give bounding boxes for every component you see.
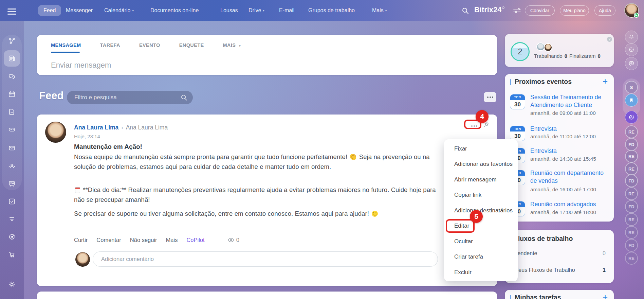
workflow-count: 0 [603,250,606,257]
my-tasks-panel: Minhas tarefas + [505,290,614,299]
add-task-button[interactable]: + [603,292,608,299]
like-button[interactable]: Curtir [74,237,88,243]
chat-badge[interactable]: RE [625,252,638,265]
add-comment-input[interactable] [101,252,407,266]
author-avatar[interactable] [45,122,66,143]
my-plan-button[interactable]: Meu plano [560,5,589,16]
mail-icon[interactable] [8,144,16,152]
work-timer-circle[interactable]: 2 [511,42,530,61]
copilot-icon[interactable] [625,43,638,56]
working-label: Trabalhando [534,53,563,59]
nav-item-documents[interactable]: Documentos on-line [150,0,199,21]
help-icon[interactable]: ? [607,37,612,42]
chat-badge[interactable]: RE [625,187,638,200]
author-name-link[interactable]: Ana Laura Lima [74,124,118,131]
chat-badge[interactable]: RE [625,125,638,138]
event-link[interactable]: Reunião com departamento de vendas [530,169,610,185]
bitrix24-logo: Bitrix24 [474,6,504,14]
event-link[interactable]: Reunião com advogados [530,200,610,208]
event-link[interactable]: Sessão de Treinamento de Atendimento ao … [530,93,610,109]
menu-item-copy-link[interactable]: Copiar link [444,188,518,203]
workflow-row[interactable]: Pendente 0 [514,250,606,257]
event-link[interactable]: Entrevista [530,125,610,133]
tab-message[interactable]: MENSAGEM [51,42,81,48]
event-link[interactable]: Entrevista [530,147,610,155]
calendar-icon[interactable] [8,90,16,98]
send-message-input[interactable] [51,59,323,72]
chat-badge[interactable]: FD [625,138,638,151]
chat-badge[interactable]: FD [625,174,638,187]
post-context-menu: Fixar Adicionar aos favoritos Abrir mens… [444,139,518,281]
annotation-highlight-step5 [446,219,475,233]
tab-task[interactable]: TAREFA [100,42,120,48]
crm-funnel-icon[interactable] [8,215,16,223]
current-user-avatar [75,252,90,267]
document-icon[interactable] [8,108,16,116]
messenger-transfer-icon[interactable] [625,57,638,70]
invite-button[interactable]: Convidar [525,5,555,16]
annotation-badge-step4: 4 [476,110,489,123]
drive-icon[interactable] [8,125,16,134]
menu-item-hide[interactable]: Ocultar [444,234,518,249]
menu-item-delete[interactable]: Excluir [444,265,518,280]
marketing-target-icon[interactable] [8,233,16,241]
nav-item-drive[interactable]: Drive▾ [249,0,264,21]
more-button[interactable]: Mais [166,237,178,243]
menu-item-add-favorites[interactable]: Adicionar aos favoritos [444,157,518,172]
nav-item-boards[interactable]: Lousas [220,0,238,21]
menu-item-open-message[interactable]: Abrir mensagem [444,172,518,188]
chat-badge[interactable]: FD [625,200,638,213]
bookmark-icon[interactable] [625,94,638,107]
help-button[interactable]: Ajuda [594,5,615,16]
event-date-chip: TER30 [510,126,525,141]
nav-item-email[interactable]: E-mail [279,0,294,21]
composer-card: MENSAGEM TAREFA EVENTO ENQUETE MAIS ▾ [37,35,497,75]
copilot-active-icon[interactable] [625,111,638,124]
chat-badge[interactable]: RE [625,226,638,239]
nav-item-workgroups[interactable]: Grupos de trabalho [308,0,355,21]
filter-search-input[interactable] [74,91,176,104]
chat-badge[interactable]: RE [625,150,638,163]
chat-badge[interactable]: RE [625,162,638,175]
nav-item-more[interactable]: Mais▾ [372,0,387,21]
my-tasks-title: Minhas tarefas [515,294,561,299]
tasks-icon[interactable] [8,197,16,206]
comment-box[interactable] [93,251,438,267]
chat-badge[interactable]: FD [625,239,638,252]
filter-search-box[interactable] [67,91,193,104]
feed-settings-menu-button[interactable] [484,92,496,102]
sliders-icon[interactable] [513,8,521,13]
add-event-button[interactable]: + [603,76,608,87]
menu-item-create-task[interactable]: Criar tarefa [444,249,518,265]
hamburger-menu-icon[interactable] [7,7,16,16]
upcoming-events-panel: Proximos eventos + TER30 Sessão de Trein… [505,74,614,222]
unfollow-button[interactable]: Não seguir [130,237,157,243]
nav-item-messenger[interactable]: Messenger [66,0,93,21]
people-icon[interactable] [8,162,16,170]
chat-badge[interactable]: S [625,81,638,94]
comment-button[interactable]: Comentar [96,237,121,243]
tab-event[interactable]: EVENTO [139,42,160,48]
chevron-down-icon: ▾ [239,44,241,48]
nav-item-feed[interactable]: Feed [38,5,61,16]
chat-badge[interactable]: RE [625,213,638,226]
chevron-right-icon: › [121,125,123,131]
event-time: amanhã, de 09:00 até 11:00 [530,110,596,116]
recipient-name[interactable]: Ana Laura Lima [126,124,168,131]
workflow-row[interactable]: Meus Fluxos de Trabalho 1 [514,267,606,273]
tab-more[interactable]: MAIS ▾ [223,42,241,48]
feed-icon[interactable] [8,54,16,63]
notifications-bell-icon[interactable] [625,31,638,43]
user-avatar[interactable]: ▶ [624,3,639,18]
network-icon[interactable] [8,37,16,45]
settings-gear-icon[interactable] [8,280,16,288]
messenger-icon[interactable] [8,73,16,81]
whiteboard-icon[interactable] [8,180,16,188]
menu-item-pin[interactable]: Fixar [444,141,518,157]
store-cart-icon[interactable] [8,250,16,259]
copilot-button[interactable]: CoPilot [186,237,204,243]
tab-poll[interactable]: ENQUETE [179,42,204,48]
search-icon[interactable] [181,94,187,101]
search-icon[interactable] [462,7,469,14]
nav-item-calendar[interactable]: Calendário▾ [104,0,134,21]
